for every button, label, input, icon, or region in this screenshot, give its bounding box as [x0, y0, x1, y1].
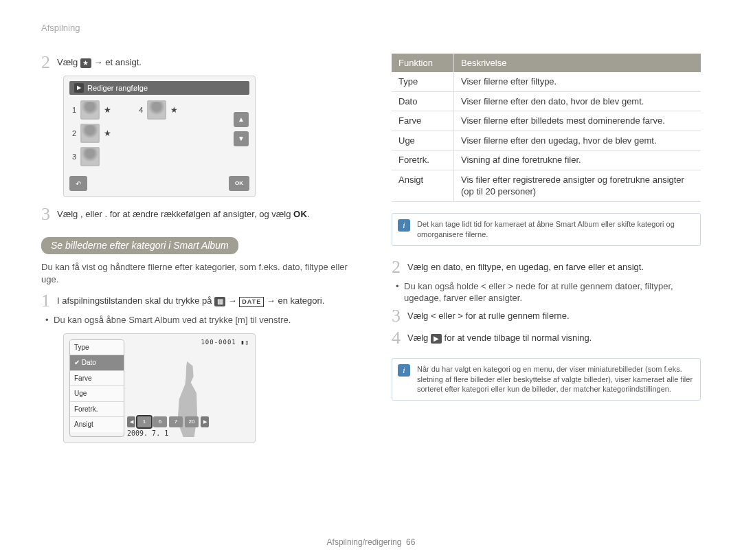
thumb[interactable]: 20 — [185, 416, 199, 427]
fn-desc: Viser filerne efter den dato, hvor de bl… — [454, 91, 701, 111]
fn: Type — [392, 72, 454, 91]
step-number: 3 — [41, 205, 50, 223]
info-text: Når du har valgt en kategori og en menu,… — [417, 365, 693, 394]
sim-title-bar: ▶ Rediger rangfølge — [69, 81, 249, 96]
step-text: for at vende tilbage til normal visning. — [445, 333, 592, 343]
cat-uge[interactable]: Uge — [70, 386, 124, 402]
play-icon: ▶ — [74, 83, 84, 93]
rank-num: 2 — [72, 128, 76, 139]
step-text: Vælg — [407, 333, 428, 343]
fn-desc: Viser filerne efter billedets mest domin… — [454, 111, 701, 131]
fn: Uge — [392, 131, 454, 150]
th-function: Funktion — [392, 54, 454, 73]
step-2r: 2 Vælg en dato, en filtype, en ugedag, e… — [392, 258, 701, 276]
date-icon: DATE — [239, 297, 264, 306]
cat-farve[interactable]: Farve — [70, 371, 124, 387]
onscreen-category: Type ✔ Dato Farve Uge Foretrk. Ansigt 10… — [63, 333, 256, 443]
step-number: 2 — [41, 54, 50, 71]
face-thumb — [147, 100, 166, 120]
thumb[interactable]: 6 — [153, 416, 167, 427]
bullet-text: Du kan også holde < eller > nede for at … — [404, 280, 701, 304]
prev-thumb[interactable]: ◀ — [127, 416, 135, 427]
section-header: Afspilning — [41, 22, 701, 34]
step-text: , — [80, 209, 83, 219]
fn-desc: Vis filer efter registrerede ansigter og… — [454, 170, 701, 201]
star-icon: ★ — [104, 128, 111, 139]
fn: Dato — [392, 91, 454, 111]
category-list: Type ✔ Dato Farve Uge Foretrk. Ansigt — [69, 339, 124, 437]
step-4r: 4 Vælg ▶ for at vende tilbage til normal… — [392, 329, 701, 347]
step-text: Vælg — [57, 209, 78, 219]
info-box: i Når du har valgt en kategori og en men… — [392, 358, 701, 401]
face-thumb — [80, 124, 100, 143]
face-thumb — [80, 147, 100, 166]
play-icon: ▶ — [431, 334, 442, 344]
intro-text: Du kan få vist og håndtere filerne efter… — [41, 261, 350, 285]
down-button[interactable]: ▼ — [234, 131, 249, 146]
date-label: 2009. 7. 1 — [127, 429, 168, 438]
star-icon: ★ — [170, 104, 178, 115]
function-table: FunktionBeskrivelse TypeViser filerne ef… — [392, 54, 701, 202]
step-text: → en kategori. — [267, 295, 325, 306]
fn-desc: Viser filerne efter den ugedag, hvor de … — [454, 131, 701, 150]
sim-title: Rediger rangfølge — [87, 83, 148, 93]
fn-desc: Visning af dine foretrukne filer. — [454, 150, 701, 170]
cat-ansigt[interactable]: Ansigt — [70, 417, 124, 432]
step-text: for at ændre rækkefølgen af ansigter, og… — [110, 209, 291, 219]
step-number: 3 — [392, 307, 401, 325]
step-1: 1 I afspilningstilstanden skal du trykke… — [41, 292, 350, 310]
face-thumb — [80, 100, 100, 120]
cat-type[interactable]: Type — [70, 340, 124, 356]
rank-num: 3 — [72, 152, 76, 162]
step-text: → — [228, 295, 237, 306]
thumb[interactable]: 1 — [137, 416, 151, 427]
step-number: 4 — [392, 329, 401, 347]
right-column: FunktionBeskrivelse TypeViser filerne ef… — [392, 54, 701, 446]
step-text: Vælg en dato, en filtype, en ugedag, en … — [407, 258, 701, 273]
page-footer: Afspilning/redigering 66 — [0, 537, 742, 548]
star-icon: ★ — [80, 58, 91, 68]
file-counter: 100-0001 ▮▯ — [201, 338, 249, 346]
info-box: i Det kan tage lidt tid for kameraet at … — [392, 213, 701, 246]
step-text: . — [104, 209, 107, 219]
subheading-pill: Se billederne efter kategori i Smart Alb… — [41, 237, 238, 254]
step-text: Vælg < eller > for at rulle gennem filer… — [407, 307, 701, 322]
step-text: I afspilningstilstanden skal du trykke p… — [57, 295, 212, 306]
left-column: 2 Vælg ★ → et ansigt. ▶ Rediger rangfølg… — [41, 54, 350, 446]
thumb[interactable]: 7 — [169, 416, 183, 427]
ok-icon: OK — [293, 209, 307, 219]
info-icon: i — [398, 219, 410, 232]
cat-foretrk[interactable]: Foretrk. — [70, 402, 124, 418]
folder-icon: ▦ — [214, 297, 225, 306]
step-text: → et ansigt. — [94, 57, 142, 67]
rank-num: 1 — [72, 105, 76, 115]
info-text: Det kan tage lidt tid for kameraet at åb… — [417, 220, 675, 238]
bullet-text: Du kan også åbne Smart Album ved at tryk… — [54, 314, 350, 326]
fn: Foretrk. — [392, 150, 454, 170]
up-button[interactable]: ▲ — [234, 112, 249, 127]
thumbnail-strip: ◀ 1 6 7 20 ▶ — [127, 416, 248, 427]
rank-num: 4 — [139, 105, 143, 115]
step-number: 1 — [41, 292, 50, 310]
back-button[interactable]: ↶ — [69, 176, 87, 191]
step-number: 2 — [392, 258, 401, 276]
step-2: 2 Vælg ★ → et ansigt. — [41, 54, 350, 71]
next-thumb[interactable]: ▶ — [201, 416, 209, 427]
fn-desc: Viser filerne efter filtype. — [454, 72, 701, 91]
step-3: 3 Vælg , eller . for at ændre rækkefølge… — [41, 205, 350, 223]
onscreen-face-rank: ▶ Rediger rangfølge 1★ 2★ 3 4★ ▲ ▼ ↶ OK — [63, 76, 256, 198]
th-description: Beskrivelse — [454, 54, 701, 73]
step-text: eller — [85, 209, 102, 219]
star-icon: ★ — [104, 104, 111, 115]
info-icon: i — [398, 364, 410, 377]
cat-dato[interactable]: ✔ Dato — [70, 355, 124, 371]
ok-button[interactable]: OK — [229, 176, 249, 191]
step-text: Vælg — [57, 57, 78, 67]
fn: Farve — [392, 111, 454, 131]
fn: Ansigt — [392, 170, 454, 201]
step-3r: 3 Vælg < eller > for at rulle gennem fil… — [392, 307, 701, 325]
